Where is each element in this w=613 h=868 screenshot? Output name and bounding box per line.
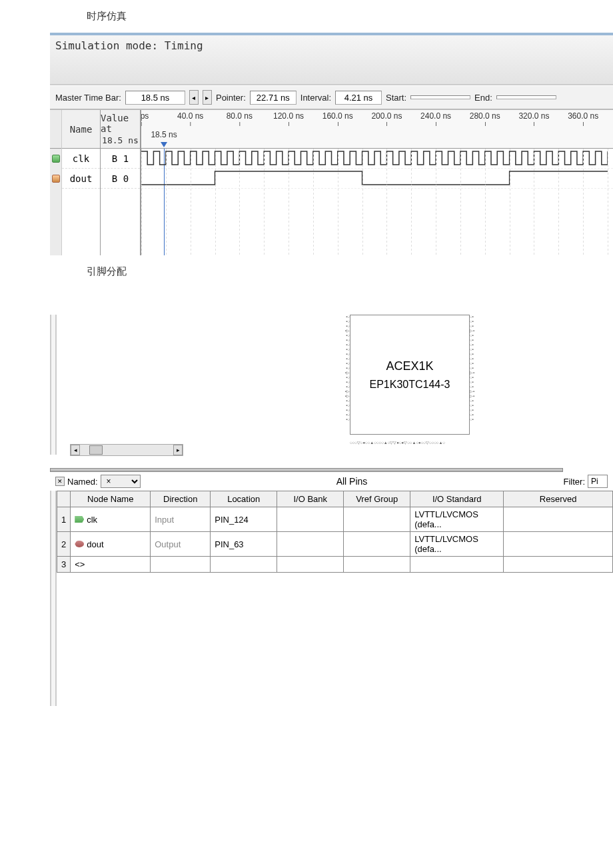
cell-iostd[interactable] [410,557,504,573]
chip-pin: ○▪ [470,338,480,343]
cell-iobank[interactable] [277,557,344,573]
cell-iobank[interactable] [277,507,344,532]
col-location[interactable]: Location [211,491,277,507]
cell-iobank[interactable] [277,532,344,557]
chip-pin: ▪▷ [339,329,350,333]
chip-pin: ▪○ [339,324,350,329]
cell-direction[interactable] [151,557,211,573]
signal-value: B 0 [101,169,140,189]
start-value[interactable] [410,95,470,99]
cell-iostd[interactable]: LVTTL/LVCMOS (defa... [410,507,504,532]
ruler-tick: 40.0 ns [177,111,203,121]
cell-location[interactable]: PIN_124 [211,507,277,532]
ruler-tick: 120.0 ns [273,111,304,121]
cell-direction[interactable]: Input [151,507,211,532]
waveform-area: Name clk dout Value at 18.5 ns B 1 B 0 0… [50,110,613,255]
cell-location[interactable]: PIN_63 [211,532,277,557]
chip-family: ACEX1K [386,359,433,373]
ruler-tick: 200.0 ns [371,111,402,121]
section-label-timing: 时序仿真 [0,0,613,33]
close-icon[interactable]: ✕ [55,477,65,486]
value-header-time: 18.5 ns [102,135,139,145]
named-select[interactable]: × [101,475,141,488]
chip-pin: ○▪ [470,319,480,324]
chip-pin: ▪▷ [339,371,350,375]
col-iobank[interactable]: I/O Bank [277,491,344,507]
name-header: Name [70,124,93,135]
col-direction[interactable]: Direction [151,491,211,507]
output-pin-icon [52,175,60,183]
scroll-thumb[interactable] [89,445,103,455]
cell-vref[interactable] [344,532,410,557]
chip-device: EP1K30TC144-3 [370,379,450,391]
cell-iostd[interactable]: LVTTL/LVCMOS (defa... [410,532,504,557]
table-row[interactable]: 2doutOutputPIN_63LVTTL/LVCMOS (defa... [57,532,613,557]
timebar-prev-button[interactable]: ◂ [189,90,199,105]
chip-pin: ▪○ [339,361,350,366]
ruler-tick: 360.0 ns [568,111,598,121]
chip-pin: ▷▪ [470,329,480,333]
cell-node-name[interactable]: dout [71,532,151,557]
cell-reserved[interactable] [504,557,613,573]
end-label: End: [474,93,492,103]
section-label-pins: 引脚分配 [0,255,613,288]
cell-location[interactable] [211,557,277,573]
chip-pin: ▪▷ [339,389,350,394]
pin-assignment-table[interactable]: Node Name Direction Location I/O Bank Vr… [57,491,613,573]
cell-node-name[interactable]: clk [71,507,151,532]
chip-pin: ○▪ [470,375,480,380]
signal-name[interactable]: clk [62,149,100,169]
col-vref[interactable]: Vref Group [344,491,410,507]
chip-pin: ○▪ [470,361,480,366]
ruler-tick: 160.0 ns [322,111,353,121]
marker-handle[interactable] [161,142,167,147]
end-value[interactable] [496,95,556,99]
cell-node-name[interactable]: <> [71,557,151,573]
cell-direction[interactable]: Output [151,532,211,557]
left-dock-stub [50,315,57,455]
table-row[interactable]: 1clkInputPIN_124LVTTL/LVCMOS (defa... [57,507,613,532]
scroll-left-button[interactable]: ◂ [71,445,80,455]
col-reserved[interactable]: Reserved [504,491,613,507]
chip-pin: ▪○ [339,417,350,422]
chip-pin: ▪○ [339,338,350,343]
ruler-tick: 320.0 ns [518,111,549,121]
chip-diagram[interactable]: ▪○▪○▪○▪▷▪○▪○▪○▪○▪○▪○▪○▪○▪▷▪○▪○▪○▪▷▪▷▪○▪○… [336,315,483,448]
table-row[interactable]: 3<> [57,557,613,573]
scroll-right-button[interactable]: ▸ [173,445,183,455]
chip-pin: ▪○ [339,413,350,417]
col-node-name[interactable]: Node Name [71,491,151,507]
output-pin-icon [75,541,84,547]
input-pin-icon [52,155,60,163]
row-number: 2 [57,532,71,557]
pin-view-canvas[interactable]: ◂ ▸ [70,315,183,448]
signal-value: B 1 [101,149,140,169]
signal-icon-column [50,110,62,255]
chip-pin: ○▪ [470,357,480,361]
ruler-tick: 240.0 ns [420,111,451,121]
chip-pin: ○▪ [470,399,480,403]
ruler-tick: 0 ps [141,111,149,121]
cell-reserved[interactable] [504,532,613,557]
master-timebar-label: Master Time Bar: [55,93,121,103]
signal-name[interactable]: dout [62,169,100,189]
signal-name-column: Name clk dout [62,110,101,255]
filter-input[interactable] [588,475,608,488]
waveform-row-dout [141,169,613,189]
lower-dock-stub [50,573,57,706]
timebar-next-button[interactable]: ▸ [203,90,212,105]
chip-pin: ▪○ [339,357,350,361]
master-timebar-value[interactable]: 18.5 ns [125,91,185,105]
col-iostd[interactable]: I/O Standard [410,491,504,507]
waveform-canvas[interactable]: 0 ps40.0 ns80.0 ns120.0 ns160.0 ns200.0 … [141,110,613,255]
interval-label: Interval: [301,93,331,103]
chip-pin: ○▪ [470,380,480,385]
cell-vref[interactable] [344,507,410,532]
chip-pin: ○▪ [470,347,480,352]
cell-reserved[interactable] [504,507,613,532]
horizontal-scrollbar[interactable]: ◂ ▸ [70,444,183,456]
simulation-panel: Simulation mode: Timing Master Time Bar:… [50,33,613,255]
chip-pin: ○▪ [470,315,480,319]
value-header: Value at [101,113,140,134]
cell-vref[interactable] [344,557,410,573]
